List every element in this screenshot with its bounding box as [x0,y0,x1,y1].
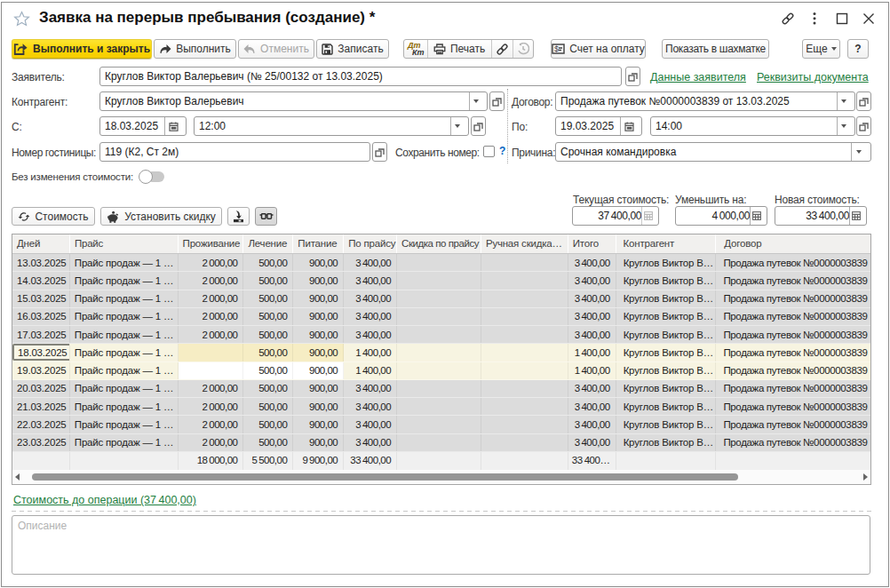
svg-text:$: $ [554,44,559,53]
